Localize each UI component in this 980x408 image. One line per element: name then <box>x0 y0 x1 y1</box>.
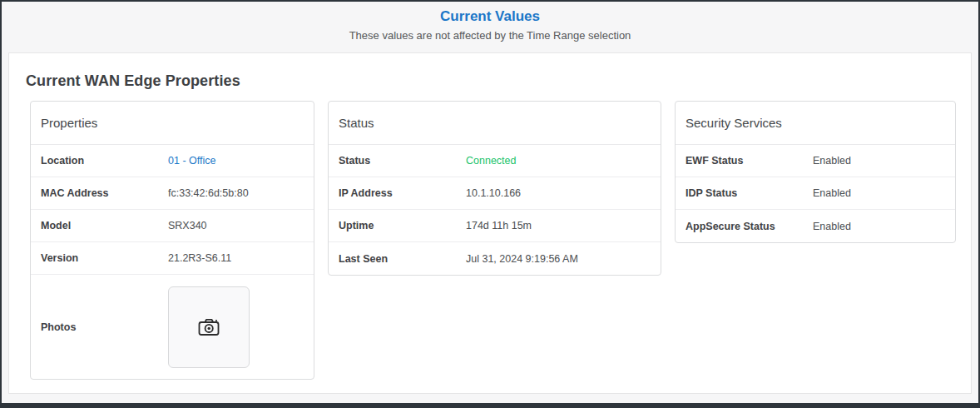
card-status: Status Status Connected IP Address 10.1.… <box>328 101 661 276</box>
current-values-window: Current Values These values are not affe… <box>0 0 980 408</box>
row-version: Version 21.2R3-S6.11 <box>31 242 314 275</box>
value-appsecure-status: Enabled <box>813 221 851 232</box>
row-ip-address: IP Address 10.1.10.166 <box>329 177 661 210</box>
location-link[interactable]: 01 - Office <box>168 155 215 167</box>
label-version: Version <box>41 252 168 264</box>
label-ip-address: IP Address <box>339 187 466 199</box>
card-header: Status <box>329 102 661 145</box>
row-uptime: Uptime 174d 11h 15m <box>329 210 661 242</box>
page-title: Current Values <box>2 7 978 26</box>
label-idp-status: IDP Status <box>686 187 813 199</box>
card-body: Status Connected IP Address 10.1.10.166 … <box>329 145 661 275</box>
status-value: Connected <box>466 155 516 167</box>
label-mac-address: MAC Address <box>41 187 168 199</box>
value-model: SRX340 <box>168 220 207 231</box>
value-ewf-status: Enabled <box>813 155 851 167</box>
header: Current Values These values are not affe… <box>2 2 978 52</box>
label-last-seen: Last Seen <box>339 253 466 265</box>
card-title: Properties <box>41 116 97 130</box>
row-appsecure-status: AppSecure Status Enabled <box>676 210 955 242</box>
label-location: Location <box>41 155 168 167</box>
row-model: Model SRX340 <box>31 210 314 242</box>
value-last-seen: Jul 31, 2024 9:19:56 AM <box>466 253 578 265</box>
photo-upload-button[interactable] <box>168 286 250 368</box>
row-ewf-status: EWF Status Enabled <box>676 145 955 177</box>
value-ip-address: 10.1.10.166 <box>466 187 521 199</box>
row-status: Status Connected <box>329 145 661 177</box>
cards-container: Properties Location 01 - Office MAC Addr… <box>30 101 971 380</box>
row-location: Location 01 - Office <box>31 145 314 177</box>
content-panel: Current WAN Edge Properties Properties L… <box>8 52 972 394</box>
card-header: Properties <box>31 102 314 145</box>
card-security-services: Security Services EWF Status Enabled IDP… <box>675 101 956 243</box>
row-idp-status: IDP Status Enabled <box>676 177 955 210</box>
card-body: Location 01 - Office MAC Address fc:33:4… <box>31 145 314 379</box>
label-appsecure-status: AppSecure Status <box>686 221 813 232</box>
label-ewf-status: EWF Status <box>686 155 813 167</box>
label-photos: Photos <box>41 321 168 333</box>
value-uptime: 174d 11h 15m <box>466 220 532 231</box>
row-last-seen: Last Seen Jul 31, 2024 9:19:56 AM <box>329 242 661 275</box>
row-mac-address: MAC Address fc:33:42:6d:5b:80 <box>31 177 314 210</box>
card-body: EWF Status Enabled IDP Status Enabled Ap… <box>676 145 955 242</box>
card-title: Status <box>339 116 374 130</box>
value-mac-address: fc:33:42:6d:5b:80 <box>168 187 249 199</box>
section-heading: Current WAN Edge Properties <box>9 53 971 90</box>
row-photos: Photos <box>31 275 314 379</box>
camera-icon <box>196 314 222 341</box>
card-properties: Properties Location 01 - Office MAC Addr… <box>30 101 314 380</box>
value-version: 21.2R3-S6.11 <box>168 252 231 264</box>
label-model: Model <box>41 220 168 231</box>
label-status: Status <box>339 155 466 167</box>
label-uptime: Uptime <box>339 220 466 231</box>
value-idp-status: Enabled <box>813 187 851 199</box>
card-title: Security Services <box>686 116 782 130</box>
page-subtitle: These values are not affected by the Tim… <box>2 29 978 42</box>
card-header: Security Services <box>676 102 955 145</box>
